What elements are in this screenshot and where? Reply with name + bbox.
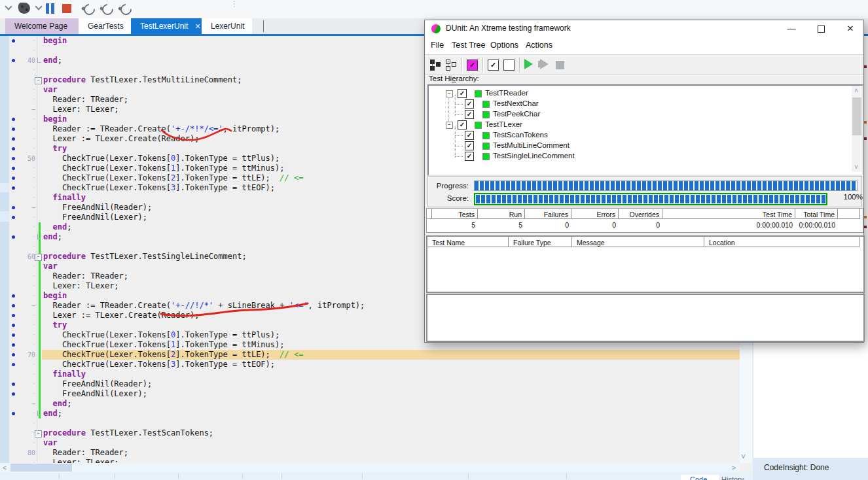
tree-scrollbar[interactable]: ˄ ˅ [852, 86, 862, 172]
close-button[interactable]: ✕ [839, 20, 861, 37]
tree-item-testtreader[interactable]: −✓TestTReader [429, 88, 835, 99]
code-line[interactable]: ·−procedure TestTLexer.TestScanTokens; [9, 428, 740, 438]
results-header-Test Time[interactable]: Test Time [662, 209, 795, 219]
fold-collapse-icon[interactable]: − [35, 430, 42, 437]
tree-checkbox[interactable]: ✓ [465, 152, 474, 161]
top-overflow-dots-icon[interactable]: ⋮ [230, 2, 238, 7]
fold-collapse-icon[interactable]: − [35, 77, 42, 84]
results-header-blank[interactable] [427, 209, 432, 219]
menu-test-tree[interactable]: Test Tree [452, 41, 485, 50]
dunit-collapse-all-icon[interactable] [430, 59, 442, 71]
fold-collapse-icon[interactable]: − [35, 254, 42, 261]
change-bar [39, 271, 41, 281]
code-line[interactable]: · FreeAndNil(Reader); [9, 379, 740, 389]
tab-history-bottom[interactable]: History [721, 475, 751, 480]
code-line[interactable]: ·var [9, 438, 740, 448]
results-header-Total Time[interactable]: Total Time [795, 209, 838, 219]
results-header-Failures[interactable]: Failures [525, 209, 571, 219]
menu-actions[interactable]: Actions [526, 41, 552, 50]
failures-header-location[interactable]: Location [704, 237, 859, 247]
scroll-right-icon[interactable]: ˃ [729, 463, 738, 472]
tree-checkbox[interactable]: ✓ [465, 141, 474, 150]
minimize-button[interactable]: — [780, 20, 803, 37]
menu-options[interactable]: Options [490, 41, 518, 50]
code-line[interactable]: · finally [9, 369, 740, 379]
dunit-stop-icon[interactable] [556, 61, 564, 69]
code-line[interactable]: − end; [9, 399, 740, 409]
tab-lexerunit[interactable]: LexerUnit [202, 18, 252, 34]
top-run-until-return-icon[interactable] [118, 2, 134, 18]
scroll-down-icon[interactable]: ˅ [741, 453, 746, 462]
code-text: CheckTrue(Lexer.Tokens[0].TokenType = tt… [43, 154, 280, 163]
code-text: Lexer := TLexer.Create(Reader); [43, 134, 199, 144]
results-header-blank[interactable] [838, 209, 860, 219]
hscroll-thumb[interactable] [10, 464, 72, 471]
tree-expander-icon[interactable]: − [446, 122, 453, 129]
tree-scroll-down-icon[interactable]: ˅ [854, 163, 858, 171]
results-header-Overrides[interactable]: Overrides [619, 209, 662, 219]
results-header-Errors[interactable]: Errors [571, 209, 619, 219]
progress-bar [474, 180, 858, 191]
failures-header-message[interactable]: Message [572, 237, 704, 247]
code-line[interactable]: 70 CheckTrue(Lexer.Tokens[2].TokenType =… [9, 350, 740, 360]
dunit-run-icon[interactable] [524, 59, 533, 69]
line-number: · [14, 311, 35, 320]
tree-checkbox[interactable]: ✓ [458, 89, 467, 98]
menu-file[interactable]: File [431, 41, 444, 50]
dunit-uncheck-all-checkbox-icon[interactable] [503, 60, 515, 71]
tree-checkbox[interactable]: ✓ [465, 99, 474, 109]
tree-scroll-up-icon[interactable]: ˄ [854, 87, 858, 94]
top-dropdown-chevron-icon[interactable] [5, 3, 12, 9]
code-line[interactable]: ·end; [9, 409, 740, 419]
tab-history-label: History [721, 475, 744, 480]
tree-item-testtlexer[interactable]: −✓TestTLexer [429, 120, 835, 130]
toolbar-separator [482, 58, 484, 72]
tab-testlexerunit[interactable]: TestLexerUnit✕ [131, 18, 202, 34]
code-line[interactable]: · FreeAndNil(Lexer); [9, 389, 740, 399]
tree-scroll-thumb[interactable] [852, 97, 861, 135]
tab-welcome-page[interactable]: Welcome Page [5, 18, 79, 34]
dunit-expand-all-icon[interactable] [446, 59, 458, 71]
test-hierarchy-tree[interactable]: ˄ ˅ −✓TestTReader✓TestNextChar✓TestPeekC… [427, 84, 863, 176]
test-status-square [482, 101, 490, 108]
dunit-run-selected-icon[interactable] [540, 59, 549, 69]
line-number: · [14, 232, 35, 242]
tree-checkbox[interactable]: ✓ [465, 110, 474, 119]
dunit-check-all-checkbox-icon[interactable]: ✓ [488, 60, 499, 71]
line-number: · [14, 379, 35, 389]
editor-horizontal-scrollbar[interactable]: ˂ ˃ [0, 463, 740, 472]
dunit-select-failed-checkbox-icon[interactable]: ✓ [467, 60, 478, 71]
tree-checkbox[interactable]: ✓ [465, 131, 474, 140]
line-number: − [14, 301, 35, 311]
tree-item-testpeekchar[interactable]: ✓TestPeekChar [429, 109, 835, 120]
tree-expander-icon[interactable]: − [446, 90, 453, 97]
top-stop-icon[interactable] [62, 4, 71, 13]
tree-checkbox[interactable]: ✓ [458, 120, 467, 129]
tree-item-testscantokens[interactable]: ✓TestScanTokens [429, 130, 835, 141]
maximize-button[interactable] [810, 20, 832, 37]
results-value: 0 [619, 220, 662, 230]
top-trace-into-icon[interactable] [100, 2, 116, 18]
code-line[interactable]: · [9, 419, 740, 428]
tree-item-testmultilinecomment[interactable]: ✓TestMultiLineComment [429, 141, 835, 151]
scroll-left-icon[interactable]: ˂ [0, 463, 9, 472]
code-text: end; [43, 409, 62, 419]
code-line[interactable]: · Lexer: TLexer; [9, 458, 740, 463]
top-step-over-icon[interactable] [82, 2, 98, 18]
change-bar [39, 379, 41, 389]
top-debug-bug-icon[interactable] [18, 3, 30, 14]
failures-header-failure-type[interactable]: Failure Type [509, 237, 572, 247]
failures-header-test-name[interactable]: Test Name [427, 237, 509, 247]
dunit-title-bar[interactable]: DUnit: An Xtreme testing framework — ✕ [425, 20, 863, 37]
close-tab-icon[interactable]: ✕ [194, 22, 200, 30]
results-header-Tests[interactable]: Tests [432, 209, 478, 219]
top-dropdown-chevron-2-icon[interactable] [35, 3, 42, 9]
tree-item-testnextchar[interactable]: ✓TestNextChar [429, 99, 835, 109]
tab-label: LexerUnit [211, 22, 244, 31]
results-header-Run[interactable]: Run [478, 209, 525, 219]
code-line[interactable]: · CheckTrue(Lexer.Tokens[3].TokenType = … [9, 360, 740, 369]
tree-item-testsinglelinecomment[interactable]: ✓TestSingleLineComment [429, 151, 835, 162]
tab-geartests[interactable]: GearTests [79, 18, 131, 34]
code-line[interactable]: 80 Reader: TReader; [9, 448, 740, 458]
tab-code-bottom[interactable]: Code [681, 475, 719, 480]
